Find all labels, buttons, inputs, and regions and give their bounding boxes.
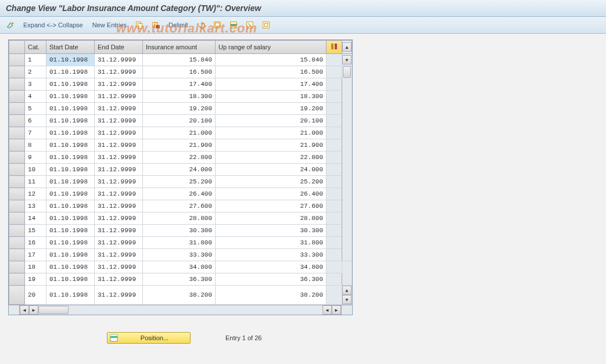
cell-range[interactable]: 27.600: [216, 200, 327, 212]
cell-start[interactable]: 01.10.1998: [46, 286, 95, 305]
cell-start[interactable]: 01.10.1998: [46, 127, 95, 139]
col-range[interactable]: Up range of salary: [216, 41, 327, 54]
cell-cat[interactable]: 1: [25, 54, 46, 66]
cell-range[interactable]: 21.000: [216, 127, 327, 139]
scroll-left-icon[interactable]: ◄: [20, 305, 29, 315]
cell-start[interactable]: 01.10.1998: [46, 249, 95, 261]
deselect-icon[interactable]: [244, 19, 256, 31]
cell-amount[interactable]: 21.000: [143, 127, 216, 139]
new-entries-button[interactable]: New Entries: [90, 20, 129, 30]
select-all-icon[interactable]: [211, 19, 223, 31]
cell-range[interactable]: 25.200: [216, 176, 327, 188]
row-selector[interactable]: [9, 261, 25, 273]
cell-amount[interactable]: 20.100: [143, 115, 216, 127]
scroll-right-icon[interactable]: ►: [29, 305, 38, 315]
cell-start[interactable]: 01.10.1998: [46, 139, 95, 152]
cell-cat[interactable]: 14: [25, 212, 46, 225]
cell-end[interactable]: 31.12.9999: [95, 225, 143, 237]
row-selector[interactable]: [9, 139, 25, 152]
cell-amount[interactable]: 25.200: [143, 176, 216, 188]
cell-amount[interactable]: 17.400: [143, 78, 216, 91]
scroll-down-step-icon[interactable]: ▼: [342, 55, 352, 64]
cell-end[interactable]: 31.12.9999: [95, 237, 143, 249]
cell-amount[interactable]: 24.000: [143, 164, 216, 176]
cell-range[interactable]: 26.400: [216, 188, 327, 200]
cell-cat[interactable]: 11: [25, 176, 46, 188]
cell-range[interactable]: 28.800: [216, 212, 327, 225]
cell-start[interactable]: 01.10.1998: [46, 164, 95, 176]
row-selector[interactable]: [9, 188, 25, 200]
cell-amount[interactable]: 36.300: [143, 273, 216, 286]
row-selector[interactable]: [9, 176, 25, 188]
cell-range[interactable]: 17.400: [216, 78, 327, 91]
cell-end[interactable]: 31.12.9999: [95, 261, 143, 273]
cell-end[interactable]: 31.12.9999: [95, 103, 143, 115]
cell-range[interactable]: 18.300: [216, 91, 327, 103]
row-selector-header[interactable]: [9, 41, 25, 54]
cell-range[interactable]: 34.800: [216, 261, 327, 273]
cell-end[interactable]: 31.12.9999: [95, 115, 143, 127]
cell-end[interactable]: 31.12.9999: [95, 66, 143, 78]
col-end[interactable]: End Date: [95, 41, 143, 54]
row-selector[interactable]: [9, 127, 25, 139]
delimit-button[interactable]: Delimit: [166, 20, 191, 30]
cell-cat[interactable]: 10: [25, 164, 46, 176]
cell-amount[interactable]: 15.840: [143, 54, 216, 66]
cell-amount[interactable]: 21.900: [143, 139, 216, 152]
cell-start[interactable]: 01.10.1998: [46, 176, 95, 188]
row-selector[interactable]: [9, 225, 25, 237]
cell-amount[interactable]: 19.200: [143, 103, 216, 115]
row-selector[interactable]: [9, 54, 25, 66]
row-selector[interactable]: [9, 212, 25, 225]
cell-cat[interactable]: 18: [25, 261, 46, 273]
cell-cat[interactable]: 15: [25, 225, 46, 237]
cell-range[interactable]: 21.900: [216, 139, 327, 152]
cell-cat[interactable]: 8: [25, 139, 46, 152]
row-selector[interactable]: [9, 91, 25, 103]
scroll-left2-icon[interactable]: ◄: [322, 305, 332, 315]
print-icon[interactable]: [260, 19, 272, 31]
expand-collapse-button[interactable]: Expand <-> Collapse: [21, 20, 85, 30]
cell-range[interactable]: 16.500: [216, 66, 327, 78]
cell-start[interactable]: 01.10.1998: [46, 152, 95, 164]
cell-amount[interactable]: 38.200: [143, 286, 216, 305]
cell-cat[interactable]: 6: [25, 115, 46, 127]
cell-end[interactable]: 31.12.9999: [95, 139, 143, 152]
cell-range[interactable]: 30.300: [216, 225, 327, 237]
row-selector[interactable]: [9, 164, 25, 176]
cell-end[interactable]: 31.12.9999: [95, 273, 143, 286]
toggle-icon[interactable]: [5, 19, 16, 31]
cell-end[interactable]: 31.12.9999: [95, 164, 143, 176]
cell-start[interactable]: 01.10.1998: [46, 78, 95, 91]
cell-range[interactable]: 24.000: [216, 164, 327, 176]
cell-cat[interactable]: 7: [25, 127, 46, 139]
cell-cat[interactable]: 19: [25, 273, 46, 286]
row-selector[interactable]: [9, 286, 25, 305]
horizontal-scrollbar[interactable]: ◄ ► ◄ ►: [9, 305, 352, 315]
cell-range[interactable]: 33.300: [216, 249, 327, 261]
cell-amount[interactable]: 18.300: [143, 91, 216, 103]
cell-end[interactable]: 31.12.9999: [95, 188, 143, 200]
cell-start[interactable]: 01.10.1998: [46, 66, 95, 78]
row-selector[interactable]: [9, 249, 25, 261]
cell-amount[interactable]: 30.300: [143, 225, 216, 237]
cell-cat[interactable]: 3: [25, 78, 46, 91]
cell-start[interactable]: 01.10.1998: [46, 273, 95, 286]
configure-columns-icon[interactable]: [327, 41, 342, 54]
cell-end[interactable]: 31.12.9999: [95, 212, 143, 225]
row-selector[interactable]: [9, 103, 25, 115]
cell-start[interactable]: 01.10.1998: [46, 188, 95, 200]
row-selector[interactable]: [9, 237, 25, 249]
row-selector[interactable]: [9, 66, 25, 78]
cell-amount[interactable]: 31.800: [143, 237, 216, 249]
position-button[interactable]: Position...: [107, 332, 191, 344]
cell-range[interactable]: 20.100: [216, 115, 327, 127]
cell-cat[interactable]: 20: [25, 286, 46, 305]
cell-range[interactable]: 22.800: [216, 152, 327, 164]
cell-cat[interactable]: 16: [25, 237, 46, 249]
cell-amount[interactable]: 28.800: [143, 212, 216, 225]
cell-range[interactable]: 31.800: [216, 237, 327, 249]
cell-end[interactable]: 31.12.9999: [95, 152, 143, 164]
cell-amount[interactable]: 34.800: [143, 261, 216, 273]
cell-start[interactable]: 01.10.1998: [46, 91, 95, 103]
